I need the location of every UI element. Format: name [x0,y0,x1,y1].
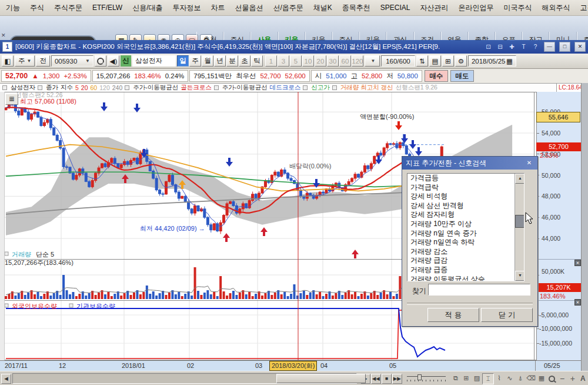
layout-icon[interactable]: ⊟ [496,44,505,50]
tool-icon-7[interactable]: ⌫ [526,373,536,383]
signal-item-가격급락[interactable]: 가격급락 [407,183,524,192]
bar-width-icon[interactable]: ⇅ [416,55,428,67]
menu-item-온라인업무[interactable]: 온라인업무 [459,3,494,13]
tool-icon-0[interactable]: ⧉ [450,373,461,383]
scroll-up-icon[interactable]: ▲ [515,174,524,184]
signal-item-강세 잠자리형[interactable]: 강세 잠자리형 [407,210,524,220]
indicator-signal-dialog[interactable]: 지표 추가/전환 - 신호검색 ✕ 가격급등가격급락강세 비석형강세 삼선 반격… [402,156,538,327]
zoom-search-icon[interactable] [547,374,557,384]
help-icon[interactable]: ? [531,44,540,50]
scrollbar-thumb[interactable] [276,374,366,383]
sound-icon[interactable]: ◀) [108,55,119,67]
signal-item-강세 비석형[interactable]: 강세 비석형 [407,192,524,201]
minute-5[interactable]: 5 [290,55,302,67]
close-volume-panel-icon[interactable]: ✕ [574,260,581,266]
maximize-button[interactable]: □ [559,42,570,52]
signal-item-거래량 n일 연속 증가[interactable]: 거래량 n일 연속 증가 [407,229,524,238]
chart-settings-icon[interactable]: ⚙ [455,55,467,67]
list-scrollbar-thumb[interactable] [515,215,524,228]
price-axis[interactable]: 56,00054,00052,00050,00048,00046,00044,0… [536,92,582,360]
playback-◀◀[interactable]: ◀◀ [371,374,381,384]
dialog-titlebar[interactable]: 지표 추가/전환 - 신호검색 ✕ [402,157,537,170]
signal-item-거래량 이동평균선 상승[interactable]: 거래량 이동평균선 상승 [407,275,524,281]
minute-120[interactable]: 120 [352,55,363,67]
buy-button[interactable]: 매수 [425,70,448,82]
minute-20[interactable]: 20 [315,55,326,67]
font-icon[interactable]: T [519,44,528,50]
period-틱[interactable]: 틱 [251,55,263,67]
zoom-in-icon[interactable]: + [567,374,578,384]
tool-icon-2[interactable]: ▨ [472,373,482,383]
period-주[interactable]: 주 [189,55,201,67]
zoom-slider[interactable] [407,374,446,383]
tool-icon-1[interactable]: ⊞ [461,373,472,383]
menu-item-기능[interactable]: 기능 [6,3,20,13]
period-분[interactable]: 분 [226,55,238,67]
period-초[interactable]: 초 [239,55,250,67]
menu-item-선물옵션[interactable]: 선물옵션 [235,3,263,13]
signal-item-가격급등[interactable]: 가격급등 [407,174,524,183]
period-년[interactable]: 년 [214,55,226,67]
zoom-out-icon[interactable]: − [557,374,567,384]
date-picker[interactable]: 2018/05/25▦ [468,55,516,67]
minute-60[interactable]: 60 [339,55,351,67]
menu-item-선/옵주문[interactable]: 선/옵주문 [273,3,303,13]
minute-3[interactable]: 3 [278,55,289,67]
menu-item-주식[interactable]: 주식 [30,3,44,13]
toolbar-close-icon[interactable]: ✕ [1,32,7,38]
tool-icon-6[interactable]: ⍋ [515,373,526,383]
chart-style-icon[interactable]: ▤ [429,55,441,67]
minute-30[interactable]: 30 [327,55,339,67]
signal-list[interactable]: 가격급등가격급락강세 비석형강세 삼선 반격형강세 잠자리형거래량 10만주 이… [407,173,524,281]
stock-search-icon[interactable] [95,55,106,67]
apply-button[interactable]: 적 용 [427,308,479,322]
playback-▶▶[interactable]: ▶▶ [392,374,402,384]
restore-icon[interactable]: ⊡ [484,44,493,50]
signal-item-거래량 n일연속 하락[interactable]: 거래량 n일연속 하락 [407,238,524,247]
stock-code-input[interactable]: 005930▼ [51,55,93,67]
menu-item-투자정보[interactable]: 투자정보 [172,3,201,13]
scroll-down-icon[interactable]: ▼ [515,271,524,281]
tool-icon-8[interactable]: ▦ [536,373,547,383]
tool-icon-5[interactable]: ∿ [505,373,515,383]
close-dialog-button[interactable]: 닫 기 [481,308,533,322]
minute-dropdown[interactable]: ▼ [365,55,380,67]
menu-item-종목추천[interactable]: 종목추천 [342,3,370,13]
menu-item-해외주식[interactable]: 해외주식 [542,3,570,13]
bar-count-input[interactable]: 160/600 [381,55,415,67]
chart-scrollbar[interactable] [12,373,357,384]
sell-button[interactable]: 매도 [450,70,474,82]
find-input[interactable] [428,284,530,296]
save-chart-icon[interactable]: ⊞ [442,55,454,67]
menu-item-차트[interactable]: 차트 [211,3,225,13]
asset-type-dropdown[interactable]: 주▼ [15,55,35,67]
grid-view-icon[interactable]: ▦ [5,94,18,105]
prev-stock-button[interactable]: 전 [36,55,50,67]
time-axis[interactable]: 2018/03/20(화) 05/25 2017/11122018/010203… [0,360,581,371]
period-일[interactable]: 일 [177,55,189,67]
minute-10[interactable]: 10 [302,55,314,67]
close-button[interactable]: ✕ [574,42,586,52]
list-scrollbar[interactable]: ▲ ▼ [514,174,524,281]
tool-icon-3[interactable]: ⌶ [482,373,494,384]
signal-item-거래량 급증[interactable]: 거래량 급증 [407,265,524,275]
menu-item-채널K[interactable]: 채널K [313,3,332,13]
menu-item-주식주문[interactable]: 주식주문 [54,3,82,13]
minimize-button[interactable]: — [544,42,555,52]
close-holdings-panel-icon[interactable]: ✕ [574,299,581,306]
menu-item-미국주식[interactable]: 미국주식 [504,3,532,13]
font-size-icon[interactable]: A [577,374,588,384]
signal-item-거래량 10만주 이상[interactable]: 거래량 10만주 이상 [407,220,524,229]
signal-item-강세 삼선 반격형[interactable]: 강세 삼선 반격형 [407,201,524,211]
minute-1[interactable]: 1 [265,55,277,67]
dialog-close-icon[interactable]: ✕ [524,159,534,167]
period-월[interactable]: 월 [202,55,213,67]
signal-item-거래량 감소[interactable]: 거래량 감소 [407,247,524,257]
menu-item-SPECIAL[interactable]: SPECIAL [380,4,410,12]
menu-item-신용/대출[interactable]: 신용/대출 [132,3,162,13]
scroll-left-icon[interactable]: ◀ [1,374,11,384]
pin-icon[interactable]: ✚ [507,44,516,50]
chart-menu-icon[interactable]: ◧ [2,55,14,67]
playback-■[interactable]: ■ [382,374,392,384]
menu-item-ETF/ELW[interactable]: ETF/ELW [92,4,122,12]
